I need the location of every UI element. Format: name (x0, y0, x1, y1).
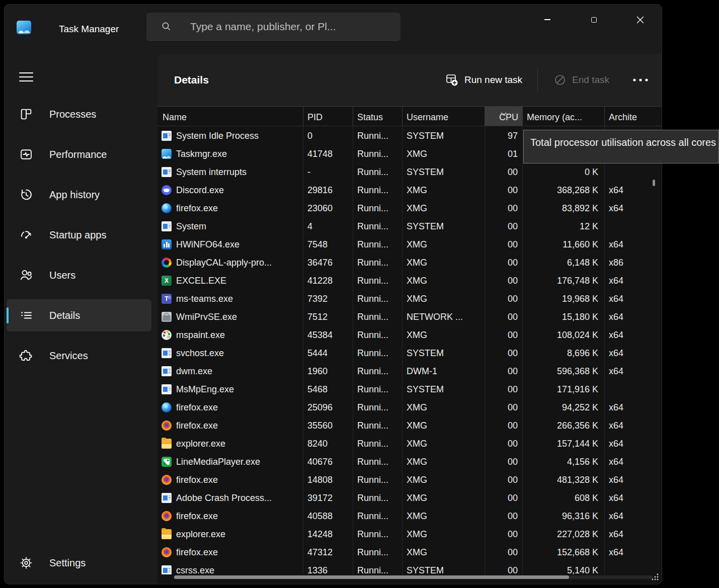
search-input[interactable] (171, 21, 401, 33)
process-row[interactable]: csrss.exe1336Runni...SYSTEM005,140 K (157, 561, 662, 574)
username-cell: XMG (402, 416, 485, 435)
process-row[interactable]: LineMediaPlayer.exe40676Runni...XMG004,1… (157, 453, 662, 471)
username-cell: XMG (402, 181, 485, 199)
memory-cell: 596,368 K (522, 362, 604, 380)
vertical-scrollbar-thumb[interactable] (653, 180, 655, 186)
teams-process-icon (162, 294, 172, 304)
cpu-cell: 00 (485, 217, 522, 235)
process-row[interactable]: explorer.exe14248Runni...XMG00227,028 Kx… (157, 525, 662, 543)
process-row[interactable]: firefox.exe35560Runni...XMG00266,356 Kx6… (157, 416, 662, 435)
column-header-arch[interactable]: Archite (604, 107, 662, 126)
process-name-cell: explorer.exe (157, 435, 303, 453)
process-row[interactable]: firefox.exe47312Runni...XMG00152,668 Kx6… (157, 543, 662, 561)
sidebar-item-app-history[interactable]: App history (7, 179, 151, 211)
username-cell: XMG (402, 543, 485, 561)
sidebar-item-settings[interactable]: Settings (7, 547, 151, 579)
process-row[interactable]: firefox.exe25096Runni...XMG0094,252 Kx64 (157, 398, 662, 416)
firefox-blue-process-icon (162, 203, 172, 213)
end-task-button[interactable]: End task (554, 74, 609, 86)
column-header-name[interactable]: Name (157, 107, 303, 126)
process-name: csrss.exe (176, 565, 214, 575)
process-row[interactable]: explorer.exe8240Runni...XMG00157,144 Kx6… (157, 435, 662, 453)
system-process-icon (162, 348, 172, 358)
memory-cell: 227,028 K (522, 525, 604, 543)
process-name: MsMpEng.exe (176, 384, 234, 395)
process-row[interactable]: DisplayCAL-apply-pro...36476Runni...XMG0… (157, 254, 662, 272)
sidebar-item-processes[interactable]: Processes (7, 98, 151, 130)
processes-icon (19, 107, 34, 122)
memory-cell: 6,148 K (522, 254, 604, 272)
architecture-cell: x64 (604, 416, 662, 435)
process-row[interactable]: ms-teams.exe7392Runni...XMG0019,968 Kx64 (157, 290, 662, 308)
sidebar-item-details[interactable]: Details (7, 299, 151, 331)
architecture-cell: x64 (604, 453, 662, 471)
sidebar-item-startup-apps[interactable]: Startup apps (7, 219, 151, 251)
architecture-cell: x64 (604, 199, 662, 217)
cpu-cell: 00 (485, 453, 522, 471)
task-manager-app-icon (17, 21, 31, 34)
process-row[interactable]: Adobe Crash Process...39172Runni...XMG00… (157, 489, 662, 507)
status-cell: Runni... (353, 254, 402, 272)
column-header-status[interactable]: Status (353, 107, 402, 126)
maximize-button[interactable] (583, 10, 604, 30)
process-name: firefox.exe (176, 203, 218, 214)
process-row[interactable]: Discord.exe29816Runni...XMG00368,268 Kx6… (157, 181, 662, 199)
memory-cell: 368,268 K (522, 181, 604, 199)
process-row[interactable]: System interrupts-Runni...SYSTEM000 K (157, 163, 662, 181)
column-header-pid[interactable]: PID (303, 107, 353, 126)
column-header-username[interactable]: Username (402, 107, 485, 126)
username-cell: XMG (402, 398, 485, 416)
process-row[interactable]: MsMpEng.exe5468Runni...SYSTEM00171,916 K (157, 380, 662, 398)
more-options-button[interactable] (632, 78, 649, 82)
column-header-memory[interactable]: Memory (ac... (522, 107, 604, 126)
column-header-cpu[interactable]: CPU (485, 107, 522, 126)
process-row[interactable]: svchost.exe5444Runni...SYSTEM008,696 Kx6… (157, 344, 662, 362)
architecture-cell: x64 (604, 308, 662, 326)
run-new-task-button[interactable]: Run new task (445, 73, 522, 87)
cpu-cell: 00 (485, 416, 522, 435)
process-row[interactable]: dwm.exe1960Runni...DWM-100596,368 Kx64 (157, 362, 662, 380)
sidebar-item-users[interactable]: Users (7, 259, 151, 291)
end-task-label: End task (572, 74, 609, 86)
sidebar-item-performance[interactable]: Performance (7, 138, 151, 171)
cpu-cell: 00 (485, 181, 522, 199)
process-name-cell: firefox.exe (157, 416, 303, 435)
hamburger-button[interactable] (17, 68, 36, 86)
username-cell: SYSTEM (402, 217, 485, 235)
cpu-column-tooltip: Total processor utilisation across all c… (523, 130, 719, 163)
horizontal-scrollbar-track[interactable] (174, 575, 653, 579)
process-row[interactable]: firefox.exe40588Runni...XMG0096,316 Kx64 (157, 507, 662, 525)
pid-cell: 47312 (303, 543, 353, 561)
process-row[interactable]: firefox.exe14808Runni...XMG00481,328 Kx6… (157, 471, 662, 489)
process-row[interactable]: HWiNFO64.exe7548Runni...XMG0011,660 Kx64 (157, 235, 662, 254)
pid-cell: 14808 (303, 471, 353, 489)
process-row[interactable]: WmiPrvSE.exe7512Runni...NETWORK ...0015,… (157, 308, 662, 326)
column-label: Status (357, 112, 383, 123)
status-cell: Runni... (353, 290, 402, 308)
startup-apps-icon (19, 227, 34, 242)
pid-cell: 45384 (303, 326, 353, 344)
titlebar: Task Manager (5, 5, 662, 54)
table-header-row: NamePIDStatusUsernameCPUMemory (ac...Arc… (157, 106, 662, 126)
process-row[interactable]: firefox.exe23060Runni...XMG0083,892 Kx64 (157, 199, 662, 217)
status-cell: Runni... (353, 362, 402, 380)
horizontal-scrollbar-thumb[interactable] (174, 575, 569, 579)
pid-cell: 7512 (303, 308, 353, 326)
process-name: System interrupts (176, 167, 247, 178)
process-name: System Idle Process (176, 131, 259, 141)
close-button[interactable] (629, 10, 651, 30)
process-row[interactable]: mspaint.exe45384Runni...XMG00108,024 Kx6… (157, 326, 662, 344)
architecture-cell: x64 (604, 326, 662, 344)
process-row[interactable]: System4Runni...SYSTEM0012 K (157, 217, 662, 235)
column-label: Username (407, 112, 448, 123)
process-row[interactable]: EXCEL.EXE41228Runni...XMG00176,748 Kx64 (157, 272, 662, 290)
status-cell: Runni... (353, 127, 402, 145)
cpu-cell: 00 (485, 254, 522, 272)
cpu-cell: 00 (485, 290, 522, 308)
minimize-button[interactable] (537, 10, 558, 30)
sidebar-nav: ProcessesPerformanceApp historyStartup a… (7, 98, 151, 380)
sidebar-item-services[interactable]: Services (7, 340, 151, 372)
resize-grip-icon[interactable] (651, 572, 659, 583)
architecture-cell: x64 (604, 290, 662, 308)
search-box[interactable] (146, 13, 401, 41)
